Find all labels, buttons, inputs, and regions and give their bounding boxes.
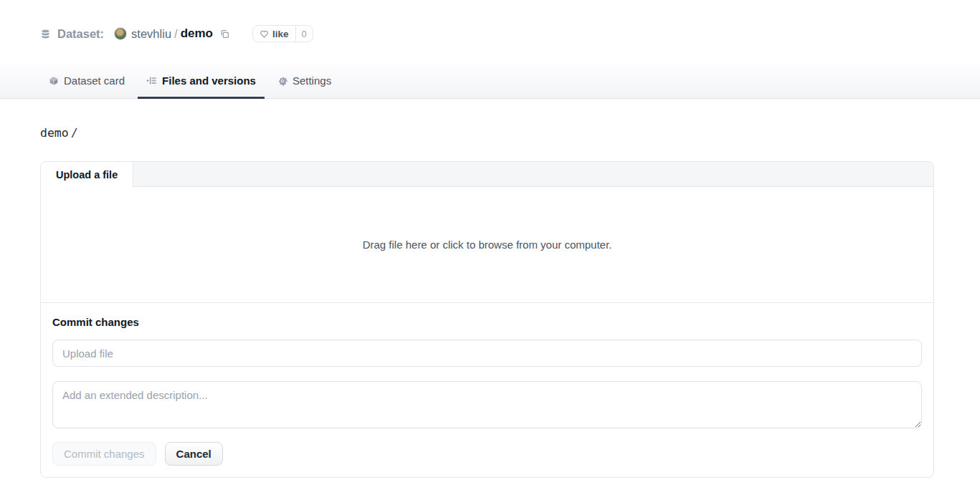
commit-button-row: Commit changes Cancel	[52, 442, 922, 466]
like-count[interactable]: 0	[295, 26, 313, 42]
file-dropzone[interactable]: Drag file here or click to browse from y…	[41, 187, 933, 302]
heart-icon	[260, 29, 269, 39]
tab-label: Settings	[292, 74, 331, 87]
breadcrumb-repo-link[interactable]: demo	[40, 126, 69, 140]
repo-name-link[interactable]: demo	[181, 27, 213, 41]
repo-owner-link[interactable]: stevhliu	[131, 27, 171, 41]
like-widget: like 0	[252, 25, 313, 42]
database-icon	[40, 29, 51, 39]
repo-header: Dataset: stevhliu / demo like 0	[0, 0, 980, 64]
repo-separator: /	[174, 27, 178, 41]
copy-icon[interactable]	[219, 28, 231, 40]
gear-icon	[277, 76, 287, 86]
cancel-button[interactable]: Cancel	[165, 442, 223, 466]
dropzone-text: Drag file here or click to browse from y…	[363, 239, 612, 251]
commit-heading: Commit changes	[52, 316, 922, 328]
like-label: like	[272, 29, 289, 39]
commit-summary-input[interactable]	[52, 340, 922, 367]
upload-card: Upload a file Drag file here or click to…	[40, 161, 934, 478]
commit-changes-button[interactable]: Commit changes	[52, 442, 156, 466]
tab-label: Files and versions	[162, 74, 256, 87]
tab-dataset-card[interactable]: Dataset card	[40, 64, 133, 99]
repo-tab-band: Dataset card Files and versions Settings	[0, 64, 980, 99]
breadcrumb-separator: /	[71, 126, 78, 140]
breadcrumb: demo /	[40, 126, 934, 140]
like-button[interactable]: like	[253, 26, 295, 42]
main-content: demo / Upload a file Drag file here or c…	[0, 126, 980, 478]
tab-settings[interactable]: Settings	[269, 64, 340, 99]
dataset-card-icon	[49, 76, 59, 86]
files-versions-icon	[146, 75, 157, 86]
commit-section: Commit changes Commit changes Cancel	[41, 302, 933, 477]
repo-type-label: Dataset:	[57, 27, 104, 41]
tab-files-and-versions[interactable]: Files and versions	[138, 64, 265, 99]
tab-upload-a-file[interactable]: Upload a file	[41, 162, 133, 188]
upload-tabstrip: Upload a file	[41, 162, 933, 187]
avatar[interactable]	[114, 27, 127, 40]
tab-label: Dataset card	[64, 74, 125, 87]
commit-description-textarea[interactable]	[52, 381, 922, 428]
